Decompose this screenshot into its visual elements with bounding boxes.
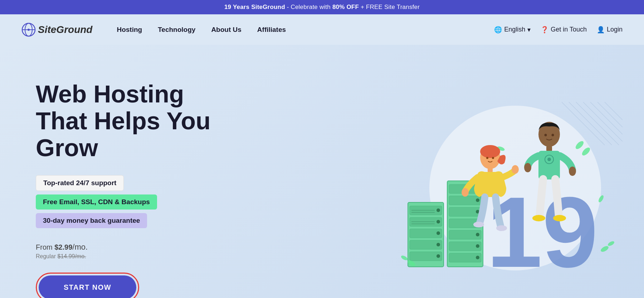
svg-point-14 bbox=[436, 208, 440, 212]
nav-hosting[interactable]: Hosting bbox=[110, 23, 148, 37]
svg-line-10 bbox=[597, 102, 623, 127]
svg-point-60 bbox=[473, 222, 484, 227]
svg-point-64 bbox=[552, 134, 554, 136]
logo-text: SiteGround bbox=[38, 24, 92, 35]
feature-tag-moneyback: 30-day money back guarantee bbox=[36, 213, 147, 228]
nav-right: 🌐 English ▾ ❓ Get in Touch 👤 Login bbox=[494, 26, 623, 34]
svg-point-54 bbox=[492, 157, 494, 159]
login-link[interactable]: 👤 Login bbox=[597, 26, 623, 34]
svg-point-53 bbox=[486, 157, 488, 159]
nav-about-us[interactable]: About Us bbox=[205, 23, 248, 37]
logo[interactable]: SiteGround bbox=[21, 23, 92, 37]
svg-point-16 bbox=[436, 220, 440, 224]
nav-technology[interactable]: Technology bbox=[151, 23, 202, 37]
feature-list: Top-rated 24/7 support Free Email, SSL, … bbox=[36, 175, 250, 228]
get-in-touch-label: Get in Touch bbox=[551, 26, 587, 33]
svg-point-39 bbox=[476, 244, 479, 248]
hero-svg-illustration: 19 bbox=[354, 73, 623, 281]
svg-point-3 bbox=[28, 29, 30, 31]
navbar: SiteGround Hosting Technology About Us A… bbox=[0, 14, 644, 45]
banner-brand: 19 Years SiteGround bbox=[224, 4, 285, 10]
svg-point-37 bbox=[476, 233, 479, 236]
pricing: From $2.99/mo. Regular $14.99/mo. bbox=[36, 242, 250, 260]
language-icon: 🌐 bbox=[494, 26, 502, 34]
svg-point-20 bbox=[436, 243, 440, 246]
svg-point-68 bbox=[547, 158, 551, 161]
start-now-button[interactable]: START NOW bbox=[39, 275, 136, 298]
svg-line-11 bbox=[605, 102, 623, 120]
svg-line-8 bbox=[583, 102, 623, 141]
svg-point-63 bbox=[545, 134, 547, 136]
chevron-down-icon: ▾ bbox=[527, 26, 531, 34]
nav-links: Hosting Technology About Us Affiliates bbox=[110, 23, 494, 37]
svg-rect-65 bbox=[546, 146, 552, 152]
hero-content: Web Hosting That Helps You Grow Top-rate… bbox=[36, 66, 250, 298]
svg-point-47 bbox=[600, 245, 610, 253]
svg-point-18 bbox=[436, 231, 440, 235]
language-label: English bbox=[504, 26, 525, 33]
svg-point-41 bbox=[476, 256, 479, 259]
svg-point-59 bbox=[512, 165, 519, 174]
language-selector[interactable]: 🌐 English ▾ bbox=[494, 26, 531, 34]
user-icon: 👤 bbox=[597, 26, 605, 34]
hero-section: Web Hosting That Helps You Grow Top-rate… bbox=[0, 45, 644, 298]
hero-illustration: 19 bbox=[250, 66, 623, 281]
svg-point-71 bbox=[532, 215, 545, 221]
banner-text-3: + FREE Site Transfer bbox=[361, 4, 420, 10]
pricing-amount: $2.99 bbox=[54, 243, 72, 251]
svg-point-69 bbox=[524, 163, 531, 172]
logo-icon bbox=[21, 23, 36, 37]
banner-discount: 80% OFF bbox=[332, 4, 359, 10]
pricing-from: From $2.99/mo. bbox=[36, 242, 250, 252]
svg-point-72 bbox=[553, 215, 566, 221]
promo-banner: 19 Years SiteGround - Celebrate with 80%… bbox=[0, 0, 644, 14]
svg-point-48 bbox=[607, 240, 615, 247]
start-button-wrapper: START NOW bbox=[36, 273, 139, 298]
pricing-per: /mo. bbox=[72, 242, 88, 251]
svg-point-58 bbox=[462, 188, 469, 197]
pricing-regular: Regular $14.99/mo. bbox=[36, 253, 250, 260]
svg-point-70 bbox=[569, 167, 576, 176]
get-in-touch-link[interactable]: ❓ Get in Touch bbox=[541, 26, 587, 34]
svg-line-9 bbox=[590, 102, 623, 134]
help-icon: ❓ bbox=[541, 26, 548, 34]
svg-point-46 bbox=[400, 255, 408, 261]
svg-rect-55 bbox=[488, 167, 493, 173]
hero-title: Web Hosting That Helps You Grow bbox=[36, 81, 250, 161]
svg-rect-57 bbox=[482, 172, 498, 197]
login-label: Login bbox=[607, 26, 623, 33]
svg-point-52 bbox=[480, 145, 500, 158]
banner-text-2: - Celebrate with bbox=[287, 4, 332, 10]
feature-tag-free: Free Email, SSL, CDN & Backups bbox=[36, 194, 157, 210]
svg-point-31 bbox=[476, 198, 479, 202]
nav-affiliates[interactable]: Affiliates bbox=[251, 23, 292, 37]
svg-point-22 bbox=[436, 254, 440, 258]
feature-tag-support: Top-rated 24/7 support bbox=[36, 175, 124, 191]
svg-point-61 bbox=[496, 225, 507, 231]
